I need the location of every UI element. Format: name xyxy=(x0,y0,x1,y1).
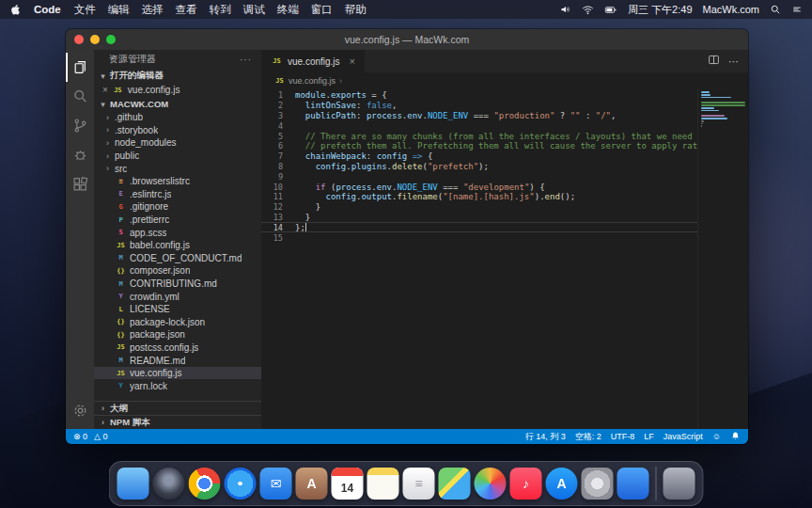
source-control-icon[interactable] xyxy=(66,111,94,140)
tree-item-public[interactable]: ›public xyxy=(94,150,261,163)
code-line-4[interactable]: 4 xyxy=(261,120,697,131)
tree-item-yarn.lock[interactable]: Yyarn.lock xyxy=(94,379,261,392)
tree-item-package-lock.json[interactable]: {}package-lock.json xyxy=(94,316,261,329)
dock-app-notes[interactable] xyxy=(367,468,399,500)
dock-app-maps[interactable] xyxy=(439,468,471,500)
dock-app-dictionary[interactable]: A xyxy=(296,468,328,500)
code-line-10[interactable]: 10 if (process.env.NODE_ENV === "develop… xyxy=(261,182,697,192)
menu-user-label[interactable]: MacWk.com xyxy=(703,4,760,15)
wifi-icon[interactable] xyxy=(582,4,594,16)
code-line-5[interactable]: 5 // There are so many chunks (from all … xyxy=(261,131,697,141)
dock-app-chrome[interactable] xyxy=(189,468,221,500)
language-status[interactable]: JavaScript xyxy=(664,432,703,441)
dock-app-finder[interactable] xyxy=(117,468,149,500)
dock-app-music[interactable]: ♪ xyxy=(510,468,542,500)
dock-app-mail[interactable]: ✉ xyxy=(260,468,292,500)
window-title-bar[interactable]: vue.config.js — MacWk.com xyxy=(66,29,748,50)
indentation-status[interactable]: 空格: 2 xyxy=(575,431,601,443)
warnings-indicator[interactable]: △ 0 xyxy=(94,432,107,441)
code-line-14[interactable]: 14}; xyxy=(261,222,697,232)
dock-app-settings[interactable] xyxy=(582,468,614,500)
tree-item-.gitignore[interactable]: G.gitignore xyxy=(94,200,261,214)
tree-item-.github[interactable]: ›.github xyxy=(94,111,261,124)
tree-item-src[interactable]: ›src xyxy=(94,162,261,175)
dock-app-calendar[interactable]: 14 xyxy=(332,468,364,500)
menu-item-转到[interactable]: 转到 xyxy=(210,3,231,17)
tree-item-.storybook[interactable]: ›.storybook xyxy=(94,124,261,137)
menu-clock[interactable]: 周三 下午2:49 xyxy=(628,3,692,17)
battery-icon[interactable] xyxy=(604,4,617,16)
split-editor-icon[interactable] xyxy=(708,53,720,70)
minimap[interactable] xyxy=(697,88,748,429)
code-line-3[interactable]: 3 publicPath: process.env.NODE_ENV === "… xyxy=(261,111,697,121)
search-icon[interactable] xyxy=(66,82,94,111)
notifications-bell-icon[interactable] xyxy=(730,431,741,443)
encoding-status[interactable]: UTF-8 xyxy=(611,432,635,441)
cursor-position-status[interactable]: 行 14, 列 3 xyxy=(525,431,566,443)
dock-app-photos[interactable] xyxy=(475,468,507,500)
feedback-smiley-icon[interactable]: ☺ xyxy=(712,432,721,441)
tree-item-README.md[interactable]: MREADME.md xyxy=(94,354,261,367)
tree-item-postcss.config.js[interactable]: JSpostcss.config.js xyxy=(94,341,261,355)
dock-app-textedit[interactable]: ≡ xyxy=(403,468,435,500)
code-line-11[interactable]: 11 config.output.filename("[name].[hash]… xyxy=(261,192,697,202)
close-window-button[interactable] xyxy=(74,35,84,44)
dock-app-trash[interactable] xyxy=(664,468,695,500)
explorer-icon[interactable] xyxy=(66,53,94,82)
minimize-window-button[interactable] xyxy=(90,35,100,44)
menu-item-调试[interactable]: 调试 xyxy=(243,3,265,17)
code-line-12[interactable]: 12 } xyxy=(261,202,697,213)
npm-scripts-panel-header[interactable]: › NPM 脚本 xyxy=(94,415,261,429)
code-line-1[interactable]: 1module.exports = { xyxy=(261,90,697,101)
extensions-icon[interactable] xyxy=(66,169,94,198)
menu-item-选择[interactable]: 选择 xyxy=(142,3,164,17)
tree-item-CODE_OF_CONDUCT.md[interactable]: MCODE_OF_CONDUCT.md xyxy=(94,252,261,265)
menu-item-查看[interactable]: 查看 xyxy=(176,3,197,17)
volume-icon[interactable] xyxy=(560,4,571,15)
code-line-6[interactable]: 6 // prefetch them all. Prefetching them… xyxy=(261,141,697,151)
close-editor-icon[interactable]: × xyxy=(102,85,108,95)
debug-icon[interactable] xyxy=(66,140,94,169)
open-editor-item[interactable]: × JS vue.config.js xyxy=(94,83,261,97)
code-line-8[interactable]: 8 config.plugins.delete("prefetch"); xyxy=(261,162,697,172)
tree-item-.prettierrc[interactable]: P.prettierrc xyxy=(94,214,261,227)
sidebar-more-actions-icon[interactable]: ··· xyxy=(240,55,252,65)
tree-item-.eslintrc.js[interactable]: E.eslintrc.js xyxy=(94,188,261,201)
tab-close-icon[interactable]: × xyxy=(350,56,355,67)
tree-item-vue.config.js[interactable]: JSvue.config.js xyxy=(94,367,261,380)
dock-app-appstore[interactable]: A xyxy=(546,468,578,500)
tree-item-composer.json[interactable]: {}composer.json xyxy=(94,264,261,278)
tree-item-babel.config.js[interactable]: JSbabel.config.js xyxy=(94,239,261,252)
errors-indicator[interactable]: ⊗ 0 xyxy=(73,432,87,441)
menu-item-窗口[interactable]: 窗口 xyxy=(311,3,333,17)
tab-vue-config-js[interactable]: JS vue.config.js × xyxy=(261,50,365,72)
breadcrumb-item[interactable]: vue.config.js xyxy=(289,76,336,86)
dock-app-launchpad[interactable] xyxy=(153,468,185,500)
eol-status[interactable]: LF xyxy=(644,432,654,441)
workspace-root-header[interactable]: ▾ MACWK.COM xyxy=(94,97,261,111)
spotlight-search-icon[interactable] xyxy=(770,4,781,15)
menu-item-编辑[interactable]: 编辑 xyxy=(108,3,130,17)
tree-item-app.scss[interactable]: Sapp.scss xyxy=(94,226,261,239)
notification-center-icon[interactable] xyxy=(791,4,803,15)
dock-app-xcode[interactable] xyxy=(617,468,649,500)
menu-item-文件[interactable]: 文件 xyxy=(74,3,96,17)
code-editor[interactable]: 1module.exports = {2 lintOnSave: false,3… xyxy=(261,88,697,429)
code-line-13[interactable]: 13 } xyxy=(261,213,697,223)
settings-gear-icon[interactable] xyxy=(66,396,94,425)
menu-item-帮助[interactable]: 帮助 xyxy=(345,3,367,17)
more-actions-icon[interactable]: ⋯ xyxy=(728,56,740,68)
outline-panel-header[interactable]: › 大纲 xyxy=(94,401,261,415)
breadcrumb[interactable]: JS vue.config.js › xyxy=(261,72,748,88)
tree-item-node_modules[interactable]: ›node_modules xyxy=(94,136,261,150)
tree-item-CONTRIBUTING.md[interactable]: MCONTRIBUTING.md xyxy=(94,278,261,291)
tree-item-.browserslistrc[interactable]: ≡.browserslistrc xyxy=(94,175,261,188)
dock-app-safari[interactable] xyxy=(225,468,257,500)
open-editors-header[interactable]: ▾ 打开的编辑器 xyxy=(94,69,261,83)
tree-item-crowdin.yml[interactable]: Ycrowdin.yml xyxy=(94,290,261,303)
menu-app-name[interactable]: Code xyxy=(34,4,61,15)
tree-item-package.json[interactable]: {}package.json xyxy=(94,328,261,341)
code-line-7[interactable]: 7 chainWebpack: config => { xyxy=(261,151,697,162)
apple-menu-icon[interactable] xyxy=(9,4,21,15)
tree-item-LICENSE[interactable]: LLICENSE xyxy=(94,303,261,316)
